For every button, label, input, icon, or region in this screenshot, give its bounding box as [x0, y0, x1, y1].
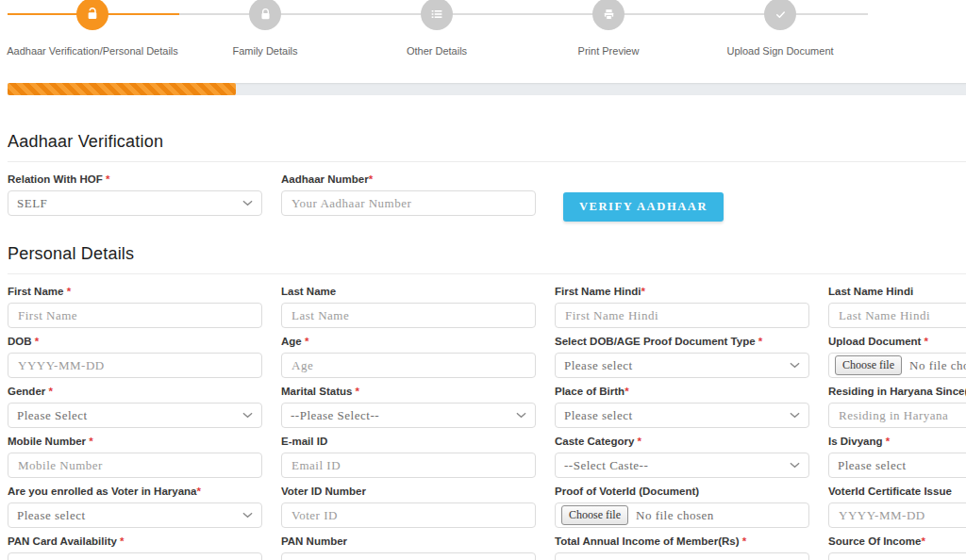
step-circle-print-preview[interactable]	[592, 0, 625, 30]
are-you-enrolled-as-voter-in-haryana-select[interactable]: Please select	[8, 502, 262, 528]
progress-bar-fill	[8, 83, 236, 95]
progress-bar	[8, 83, 966, 95]
verify-button-cell: VERIFY AADHAAR	[555, 173, 809, 223]
field-label-text: Relation With HOF	[8, 173, 103, 185]
choose-file-button[interactable]: Choose file	[561, 505, 628, 525]
required-asterisk: *	[45, 386, 53, 397]
select-dob-age-proof-document-type-select[interactable]: Please select	[555, 353, 809, 378]
stepper: Aadhaar Verification/Personal DetailsFam…	[0, 0, 966, 62]
field-label: Relation With HOF *	[8, 173, 262, 185]
form-field-gender: Gender *Please Select	[8, 386, 262, 436]
aadhaar-section-title: Aadhaar Verification	[8, 132, 966, 162]
field-label: Source Of Income*	[828, 535, 966, 547]
form-field-pan-number: PAN Number	[281, 535, 536, 560]
printer-icon	[602, 8, 616, 22]
field-label-text: Aadhaar Number	[281, 173, 369, 185]
form-field-source-of-income: Source Of Income*	[828, 535, 966, 560]
form-field-are-you-enrolled-as-voter-in-haryana: Are you enrolled as Voter in Haryana*Ple…	[8, 486, 262, 535]
field-label-text: Caste Category	[555, 436, 634, 447]
form-field-voter-id-number: Voter ID Number	[281, 486, 536, 535]
first-name-input[interactable]	[8, 303, 262, 328]
e-mail-id-input[interactable]	[281, 453, 536, 478]
form-field-caste-category: Caste Category *--Select Caste--	[555, 436, 809, 486]
voter-id-number-input[interactable]	[281, 502, 536, 528]
source-of-income-input[interactable]	[828, 552, 966, 560]
verify-aadhaar-button[interactable]: VERIFY AADHAAR	[563, 192, 724, 222]
required-asterisk: *	[352, 386, 359, 397]
marital-status-select[interactable]: --Please Select--	[281, 403, 536, 428]
field-label: PAN Number	[281, 535, 536, 547]
aadhaar-verification-section: Aadhaar Verification Relation With HOF *…	[0, 132, 966, 223]
last-name-hindi-input[interactable]	[828, 303, 966, 328]
pan-card-availability-select[interactable]: Please select	[8, 552, 262, 560]
select-value: --Select Caste--	[564, 458, 648, 473]
required-asterisk: *	[32, 336, 40, 347]
proof-of-voterid-document-file-input[interactable]: Choose fileNo file chosen	[555, 502, 809, 528]
dob-input[interactable]	[8, 353, 262, 378]
field-label: Are you enrolled as Voter in Haryana*	[8, 486, 262, 497]
relation-with-hof-select[interactable]: SELF	[8, 190, 262, 216]
required-asterisk: *	[625, 386, 628, 397]
select-value: Please select	[564, 408, 633, 423]
required-asterisk: *	[641, 286, 644, 297]
mobile-number-input[interactable]	[8, 453, 262, 478]
field-label: DOB *	[8, 336, 262, 347]
step-circle-aadhaar-verification-personal-details[interactable]	[76, 0, 108, 30]
step-circle-family-details[interactable]	[249, 0, 281, 30]
field-label: Last Name Hindi	[828, 286, 966, 297]
upload-document-file-input[interactable]: Choose fileNo file chosen	[828, 353, 966, 378]
field-label-text: Voter ID Number	[281, 486, 366, 497]
field-label-text: Is Divyang	[828, 436, 883, 447]
required-asterisk: *	[740, 535, 747, 547]
form-field-voterid-certificate-issue: VoterId Certificate Issue	[828, 486, 966, 535]
personal-section-title: Personal Details	[8, 244, 966, 274]
first-name-hindi-input[interactable]	[555, 303, 809, 328]
select-value: Please Select	[17, 408, 88, 423]
voterid-certificate-issue-input[interactable]	[828, 502, 966, 528]
chevron-down-icon	[242, 512, 253, 519]
last-name-input[interactable]	[281, 303, 536, 328]
field-label-text: DOB	[8, 336, 32, 347]
required-asterisk: *	[86, 436, 93, 447]
field-label-text: Select DOB/AGE Proof Document Type	[555, 336, 756, 347]
form-field-aadhaar-number: Aadhaar Number*	[281, 173, 536, 223]
pan-number-input[interactable]	[281, 552, 536, 560]
gender-select[interactable]: Please Select	[8, 403, 262, 428]
step-label-other-details: Other Details	[407, 45, 467, 57]
field-label-text: VoterId Certificate Issue	[828, 486, 952, 497]
required-asterisk: *	[921, 535, 924, 547]
aadhaar-number-input[interactable]	[281, 190, 536, 216]
file-status-text: No file chosen	[909, 358, 966, 373]
residing-in-haryana-since-by-d-input[interactable]	[828, 403, 966, 428]
field-label: Voter ID Number	[281, 486, 536, 497]
step-label-family-details: Family Details	[232, 45, 297, 57]
required-asterisk: *	[634, 436, 641, 447]
field-label-text: Total Annual Income of Member(Rs)	[555, 535, 740, 547]
field-label-text: Age	[281, 336, 302, 347]
field-label: PAN Card Availability *	[8, 535, 262, 547]
select-value: Please select	[17, 508, 86, 523]
form-field-upload-document: Upload Document *Choose fileNo file chos…	[828, 336, 966, 386]
step-circle-upload-sign-document[interactable]	[764, 0, 796, 30]
field-label: Select DOB/AGE Proof Document Type *	[555, 336, 809, 347]
required-asterisk: *	[117, 535, 125, 547]
form-field-age: Age *	[281, 336, 536, 386]
field-label-text: Source Of Income	[828, 535, 921, 547]
total-annual-income-of-member-rs-input[interactable]	[555, 552, 809, 560]
field-label: First Name Hindi*	[555, 286, 809, 297]
field-label: E-mail ID	[281, 436, 536, 447]
field-label: Place of Birth*	[555, 386, 809, 397]
field-label: VoterId Certificate Issue	[828, 486, 966, 497]
form-field-last-name-hindi: Last Name Hindi	[828, 286, 966, 336]
is-divyang-select[interactable]: Please select	[828, 453, 966, 478]
form-field-proof-of-voterid-document: Proof of VoterId (Document)Choose fileNo…	[555, 486, 809, 535]
field-label: Is Divyang *	[828, 436, 966, 447]
age-input[interactable]	[281, 353, 536, 378]
step-circle-other-details[interactable]	[421, 0, 453, 30]
field-label: First Name *	[8, 286, 262, 297]
caste-category-select[interactable]: --Select Caste--	[555, 453, 809, 478]
place-of-birth-select[interactable]: Please select	[555, 403, 809, 428]
required-asterisk: *	[103, 173, 110, 185]
form-field-dob: DOB *	[8, 336, 262, 386]
choose-file-button[interactable]: Choose file	[835, 355, 902, 375]
